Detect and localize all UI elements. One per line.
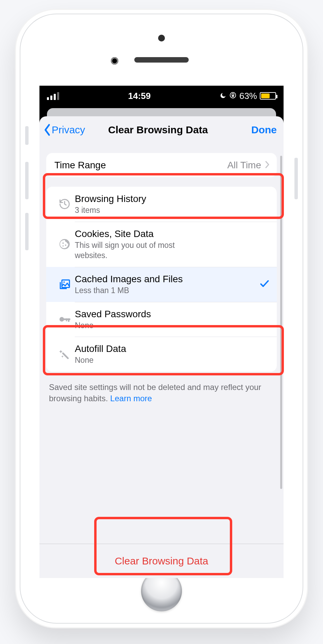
time-range-card: Time Range All Time xyxy=(46,153,277,177)
row-title: Cached Images and Files xyxy=(75,273,259,285)
row-title: Saved Passwords xyxy=(75,308,270,320)
row-sub: 3 items xyxy=(75,205,270,216)
svg-rect-11 xyxy=(62,352,69,359)
svg-point-3 xyxy=(65,244,66,246)
history-icon xyxy=(54,198,75,210)
row-title: Autofill Data xyxy=(75,343,270,355)
cookie-icon xyxy=(54,238,75,250)
clear-browsing-data-button[interactable]: Clear Browsing Data xyxy=(115,555,208,567)
screen: 14:59 63% Privacy xyxy=(39,86,284,578)
row-sub: None xyxy=(75,355,270,366)
orientation-lock-icon xyxy=(229,91,237,101)
data-types-card: Browsing History 3 items Cookies, Site D… xyxy=(46,187,277,372)
row-title: Cookies, Site Data xyxy=(75,228,270,240)
page-title: Clear Browsing Data xyxy=(65,124,251,136)
time-range-label: Time Range xyxy=(54,159,227,171)
svg-point-7 xyxy=(60,317,64,321)
learn-more-link[interactable]: Learn more xyxy=(110,394,152,403)
row-browsing-history[interactable]: Browsing History 3 items xyxy=(46,187,277,222)
row-cached-images[interactable]: Cached Images and Files Less than 1 MB xyxy=(46,267,277,302)
chevron-right-icon xyxy=(265,160,270,171)
status-time: 14:59 xyxy=(128,91,151,101)
scroll-indicator[interactable] xyxy=(280,156,282,489)
footer-note: Saved site settings will not be deleted … xyxy=(49,382,274,404)
row-cookies[interactable]: Cookies, Site Data This will sign you ou… xyxy=(46,222,277,267)
row-title: Browsing History xyxy=(75,193,270,205)
key-icon xyxy=(54,312,75,326)
svg-rect-10 xyxy=(66,319,67,321)
time-range-row[interactable]: Time Range All Time xyxy=(46,153,277,177)
svg-point-4 xyxy=(63,245,64,247)
done-button[interactable]: Done xyxy=(251,124,277,136)
clear-bar: Clear Browsing Data xyxy=(39,544,284,578)
autofill-wand-icon xyxy=(54,348,75,361)
svg-rect-5 xyxy=(62,280,69,287)
row-autofill[interactable]: Autofill Data None xyxy=(46,337,277,372)
images-icon xyxy=(54,278,75,291)
time-range-value: All Time xyxy=(227,160,261,171)
svg-rect-1 xyxy=(232,95,234,97)
row-saved-passwords[interactable]: Saved Passwords None xyxy=(46,302,277,337)
battery-percentage: 63% xyxy=(239,91,257,101)
row-sub: This will sign you out of most websites. xyxy=(75,240,184,261)
do-not-disturb-icon xyxy=(220,91,226,101)
row-sub: None xyxy=(75,321,270,331)
svg-point-2 xyxy=(62,242,64,244)
row-sub: Less than 1 MB xyxy=(75,286,259,296)
svg-point-6 xyxy=(63,282,65,283)
status-bar: 14:59 63% xyxy=(39,86,284,106)
modal-sheet: Privacy Clear Browsing Data Done Time Ra… xyxy=(39,116,284,578)
signal-strength-icon xyxy=(47,92,59,100)
svg-rect-9 xyxy=(68,319,69,322)
battery-icon xyxy=(260,92,276,100)
nav-bar: Privacy Clear Browsing Data Done xyxy=(39,116,284,143)
phone-frame: 14:59 63% Privacy xyxy=(15,9,308,628)
checkmark-icon xyxy=(259,278,270,290)
